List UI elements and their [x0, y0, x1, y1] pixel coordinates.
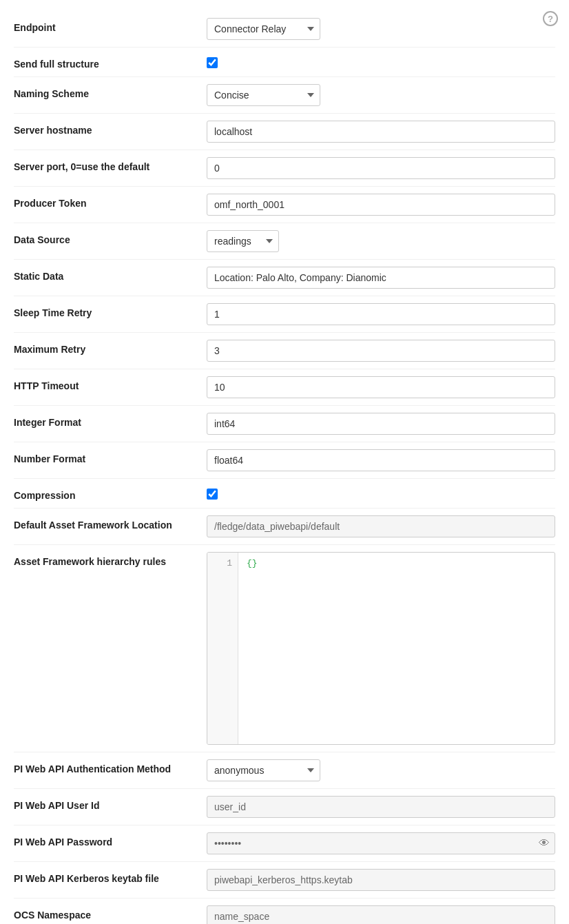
- pi-web-api-password-control: 👁: [207, 832, 555, 854]
- pi-web-api-password-label: PI Web API Password: [14, 832, 207, 848]
- password-wrap: 👁: [207, 832, 555, 854]
- pi-web-api-user-id-label: PI Web API User Id: [14, 796, 207, 811]
- pi-web-api-user-id-control: [207, 796, 555, 818]
- static-data-label: Static Data: [14, 267, 207, 282]
- sleep-time-retry-input[interactable]: [207, 303, 555, 325]
- default-af-location-label: Default Asset Framework Location: [14, 515, 207, 531]
- sleep-time-retry-label: Sleep Time Retry: [14, 303, 207, 318]
- static-data-input[interactable]: [207, 267, 555, 289]
- naming-scheme-label: Naming Scheme: [14, 84, 207, 99]
- code-content[interactable]: {}: [238, 553, 555, 744]
- af-hierarchy-rules-row: Asset Framework hierarchy rules 1 {}: [14, 545, 555, 752]
- compression-control: [207, 486, 555, 500]
- ocs-namespace-input[interactable]: [207, 905, 555, 924]
- eye-icon[interactable]: 👁: [539, 837, 550, 850]
- naming-scheme-row: Naming Scheme Concise Use Asset Name Use…: [14, 77, 555, 114]
- help-icon[interactable]: ?: [543, 11, 558, 26]
- line-number-1: 1: [213, 558, 232, 568]
- http-timeout-control: [207, 376, 555, 398]
- pi-web-api-kerberos-row: PI Web API Kerberos keytab file: [14, 862, 555, 899]
- maximum-retry-input[interactable]: [207, 340, 555, 362]
- pi-web-api-user-id-input[interactable]: [207, 796, 555, 818]
- compression-row: Compression: [14, 479, 555, 509]
- pi-web-api-auth-control: anonymous basic kerberos: [207, 759, 555, 781]
- integer-format-row: Integer Format: [14, 406, 555, 442]
- integer-format-label: Integer Format: [14, 413, 207, 428]
- default-af-location-row: Default Asset Framework Location: [14, 509, 555, 545]
- code-value: {}: [247, 558, 258, 568]
- compression-label: Compression: [14, 486, 207, 501]
- server-hostname-row: Server hostname: [14, 114, 555, 150]
- pi-web-api-auth-label: PI Web API Authentication Method: [14, 759, 207, 774]
- integer-format-control: [207, 413, 555, 435]
- naming-scheme-select[interactable]: Concise Use Asset Name Use Datapoint Nam…: [207, 84, 320, 106]
- compression-checkbox-wrap: [207, 486, 555, 500]
- endpoint-label: Endpoint: [14, 18, 207, 33]
- code-line-numbers: 1: [207, 553, 238, 744]
- data-source-select[interactable]: readings statistics statistics history: [207, 230, 279, 252]
- server-hostname-control: [207, 121, 555, 143]
- number-format-control: [207, 449, 555, 471]
- data-source-control: readings statistics statistics history: [207, 230, 555, 252]
- compression-checkbox[interactable]: [207, 489, 218, 500]
- ocs-namespace-row: OCS Namespace: [14, 899, 555, 924]
- pi-web-api-kerberos-label: PI Web API Kerberos keytab file: [14, 869, 207, 884]
- af-hierarchy-rules-label: Asset Framework hierarchy rules: [14, 552, 207, 567]
- producer-token-input[interactable]: [207, 194, 555, 216]
- server-port-label: Server port, 0=use the default: [14, 157, 207, 172]
- http-timeout-row: HTTP Timeout: [14, 369, 555, 406]
- data-source-label: Data Source: [14, 230, 207, 245]
- data-source-row: Data Source readings statistics statisti…: [14, 223, 555, 260]
- number-format-row: Number Format: [14, 442, 555, 479]
- pi-web-api-kerberos-input[interactable]: [207, 869, 555, 891]
- number-format-label: Number Format: [14, 449, 207, 464]
- pi-web-api-user-id-row: PI Web API User Id: [14, 789, 555, 825]
- server-port-row: Server port, 0=use the default: [14, 150, 555, 187]
- static-data-control: [207, 267, 555, 289]
- producer-token-label: Producer Token: [14, 194, 207, 209]
- pi-web-api-auth-row: PI Web API Authentication Method anonymo…: [14, 752, 555, 789]
- endpoint-control: Connector Relay PI Web API OSIsoft Cloud…: [207, 18, 555, 40]
- producer-token-control: [207, 194, 555, 216]
- send-full-structure-checkbox[interactable]: [207, 57, 218, 68]
- send-full-structure-control: [207, 54, 555, 68]
- pi-web-api-password-input[interactable]: [207, 832, 555, 854]
- naming-scheme-control: Concise Use Asset Name Use Datapoint Nam…: [207, 84, 555, 106]
- ocs-namespace-control: [207, 905, 555, 924]
- producer-token-row: Producer Token: [14, 187, 555, 223]
- pi-web-api-kerberos-control: [207, 869, 555, 891]
- maximum-retry-row: Maximum Retry: [14, 333, 555, 369]
- server-hostname-input[interactable]: [207, 121, 555, 143]
- send-full-structure-row: Send full structure: [14, 48, 555, 77]
- sleep-time-retry-control: [207, 303, 555, 325]
- default-af-location-input[interactable]: [207, 515, 555, 537]
- ocs-namespace-label: OCS Namespace: [14, 905, 207, 921]
- send-full-structure-label: Send full structure: [14, 54, 207, 70]
- send-full-structure-checkbox-wrap: [207, 54, 555, 68]
- endpoint-select[interactable]: Connector Relay PI Web API OSIsoft Cloud…: [207, 18, 320, 40]
- server-port-control: [207, 157, 555, 179]
- maximum-retry-label: Maximum Retry: [14, 340, 207, 355]
- server-port-input[interactable]: [207, 157, 555, 179]
- sleep-time-retry-row: Sleep Time Retry: [14, 296, 555, 333]
- endpoint-row: Endpoint Connector Relay PI Web API OSIs…: [14, 11, 555, 48]
- page-wrapper: ? Endpoint Connector Relay PI Web API OS…: [0, 0, 569, 924]
- pi-web-api-password-row: PI Web API Password 👁: [14, 825, 555, 862]
- static-data-row: Static Data: [14, 260, 555, 296]
- number-format-input[interactable]: [207, 449, 555, 471]
- af-hierarchy-rules-control: 1 {}: [207, 552, 555, 745]
- http-timeout-label: HTTP Timeout: [14, 376, 207, 391]
- default-af-location-control: [207, 515, 555, 537]
- code-editor[interactable]: 1 {}: [207, 552, 555, 745]
- pi-web-api-auth-select[interactable]: anonymous basic kerberos: [207, 759, 320, 781]
- server-hostname-label: Server hostname: [14, 121, 207, 136]
- http-timeout-input[interactable]: [207, 376, 555, 398]
- integer-format-input[interactable]: [207, 413, 555, 435]
- maximum-retry-control: [207, 340, 555, 362]
